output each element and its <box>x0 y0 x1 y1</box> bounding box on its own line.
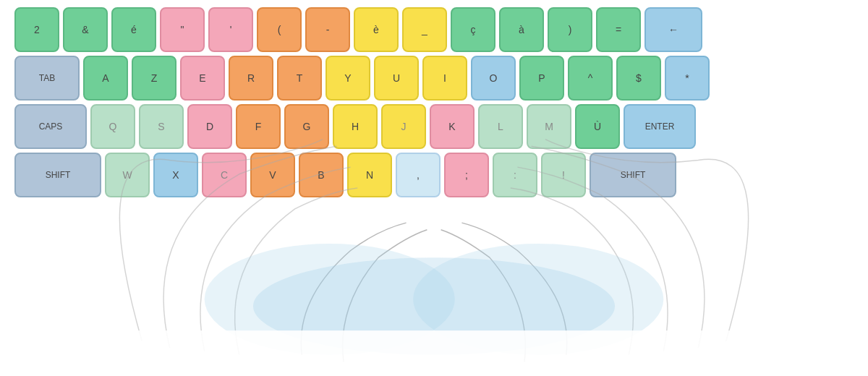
key-c[interactable]: C <box>202 153 247 197</box>
key-semicolon[interactable]: ; <box>444 153 489 197</box>
key-under[interactable]: _ <box>402 7 447 52</box>
svg-point-0 <box>205 244 455 355</box>
key-i[interactable]: I <box>422 56 467 101</box>
key-dash[interactable]: - <box>305 7 350 52</box>
key-amp[interactable]: & <box>63 7 108 52</box>
key-w[interactable]: W <box>105 153 150 197</box>
key-backspace[interactable]: ← <box>644 7 702 52</box>
key-m[interactable]: M <box>527 104 571 149</box>
key-eq[interactable]: = <box>596 7 641 52</box>
key-h[interactable]: H <box>333 104 378 149</box>
key-colon[interactable]: : <box>493 153 537 197</box>
key-row-4: SHIFT W X C V B N , ; : ! SHIFT <box>14 153 854 197</box>
key-k[interactable]: K <box>430 104 475 149</box>
key-apos[interactable]: ' <box>208 7 253 52</box>
key-dquote[interactable]: " <box>160 7 205 52</box>
key-b[interactable]: B <box>299 153 344 197</box>
key-x[interactable]: X <box>153 153 198 197</box>
key-rshift[interactable]: SHIFT <box>590 153 676 197</box>
key-lshift[interactable]: SHIFT <box>14 153 101 197</box>
key-egrave[interactable]: è <box>354 7 399 52</box>
key-rparen[interactable]: ) <box>548 7 592 52</box>
key-n[interactable]: N <box>347 153 392 197</box>
key-tab[interactable]: TAB <box>14 56 80 101</box>
key-star[interactable]: * <box>665 56 710 101</box>
key-comma[interactable]: , <box>396 153 441 197</box>
key-u[interactable]: U <box>374 56 419 101</box>
key-o[interactable]: O <box>471 56 516 101</box>
key-ugrave[interactable]: Ù <box>575 104 620 149</box>
key-g[interactable]: G <box>284 104 329 149</box>
key-y[interactable]: Y <box>326 56 370 101</box>
key-f[interactable]: F <box>236 104 281 149</box>
key-2[interactable]: 2 <box>14 7 59 52</box>
key-enter[interactable]: ENTER <box>624 104 696 149</box>
key-s[interactable]: S <box>139 104 184 149</box>
key-dollar[interactable]: $ <box>616 56 661 101</box>
key-agrave[interactable]: à <box>499 7 544 52</box>
key-v[interactable]: V <box>250 153 295 197</box>
svg-point-1 <box>413 244 663 355</box>
key-eacute[interactable]: é <box>111 7 156 52</box>
key-lparen[interactable]: ( <box>257 7 302 52</box>
keyboard-layout: 2 & é " ' ( - è _ ç à ) = ← TAB A Z E R … <box>14 7 854 369</box>
key-excl[interactable]: ! <box>541 153 586 197</box>
key-j[interactable]: J <box>381 104 426 149</box>
key-r[interactable]: R <box>229 56 273 101</box>
key-l[interactable]: L <box>478 104 523 149</box>
key-caret[interactable]: ^ <box>568 56 613 101</box>
key-row-2: TAB A Z E R T Y U I O P ^ $ * <box>14 56 854 101</box>
key-ccedil[interactable]: ç <box>451 7 495 52</box>
key-t[interactable]: T <box>277 56 322 101</box>
key-caps[interactable]: CAPS <box>14 104 87 149</box>
key-z[interactable]: Z <box>132 56 176 101</box>
key-p[interactable]: P <box>519 56 564 101</box>
svg-point-2 <box>253 257 615 355</box>
key-d[interactable]: D <box>187 104 232 149</box>
svg-rect-3 <box>30 330 837 369</box>
key-q[interactable]: Q <box>90 104 135 149</box>
key-row-3: CAPS Q S D F G H J K L M Ù ENTER <box>14 104 854 149</box>
key-row-1: 2 & é " ' ( - è _ ç à ) = ← <box>14 7 854 52</box>
key-e[interactable]: E <box>180 56 225 101</box>
key-a[interactable]: A <box>83 56 128 101</box>
